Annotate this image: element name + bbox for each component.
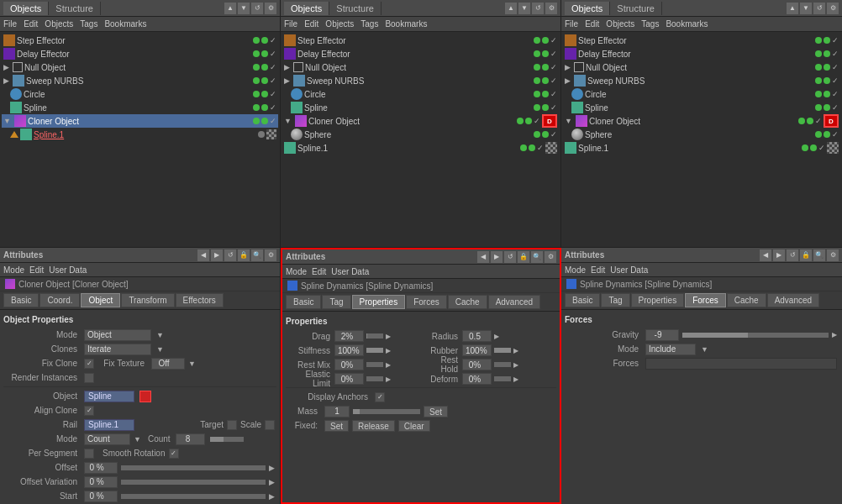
bl-icon-3[interactable]: ↺ — [224, 249, 236, 261]
offset-input-bl[interactable]: 0 % — [84, 462, 118, 474]
vis-sweep-tl[interactable] — [253, 77, 260, 84]
vis-sphere-tm[interactable] — [534, 131, 540, 138]
bm-menu-mode[interactable]: Mode — [286, 267, 307, 276]
vis2-step-tl[interactable] — [261, 37, 268, 44]
vis2-circle-tl[interactable] — [261, 91, 268, 97]
obj-circle-tr[interactable]: Circle ✓ — [570, 87, 840, 101]
resthold-input-bm[interactable]: 0% — [462, 359, 492, 370]
vis2-cloner-tr[interactable] — [807, 118, 813, 124]
tab-coord-bl[interactable]: Coord. — [39, 293, 80, 307]
rail-input-bl[interactable]: Spline.1 — [84, 419, 134, 431]
menu-objects-tr[interactable]: Objects — [606, 19, 634, 29]
offsetvar-input-bl[interactable]: 0 % — [84, 476, 118, 488]
tab-objects-tl[interactable]: Objects — [3, 2, 49, 15]
tab-object-bl[interactable]: Object — [81, 293, 120, 307]
menu-objects-tm[interactable]: Objects — [325, 19, 354, 29]
vis2-spline1-tr[interactable] — [810, 144, 817, 151]
vis2-sweep-tl[interactable] — [261, 77, 268, 84]
obj-sweep-tl[interactable]: ▶ Sweep NURBS ✓ — [2, 74, 278, 87]
drag-input-bm[interactable]: 2% — [334, 330, 364, 342]
menu-bookmarks-tm[interactable]: Bookmarks — [385, 19, 427, 29]
obj-delay-tm[interactable]: Delay Effector ✓ — [282, 47, 559, 60]
perseg-check-bl[interactable] — [84, 449, 94, 459]
vis2-delay-tr[interactable] — [824, 50, 830, 57]
menu-edit-tm[interactable]: Edit — [304, 19, 318, 29]
tab-transform-bl[interactable]: Transform — [121, 293, 174, 307]
tm-icon-1[interactable]: ▲ — [505, 3, 517, 14]
object-input-bl[interactable]: Spline — [84, 391, 134, 402]
obj-spline-tl[interactable]: Spline ✓ — [8, 101, 278, 114]
obj-sphere-tr[interactable]: Sphere ✓ — [570, 128, 840, 141]
obj-step-effector-tl[interactable]: Step Effector ✓ — [2, 34, 278, 47]
smoothrot-check-bl[interactable]: ✓ — [169, 449, 179, 459]
bl-search-icon[interactable]: 🔍 — [251, 249, 263, 261]
vis-spline1-tm[interactable] — [520, 144, 527, 151]
tm-icon-4[interactable]: ⚙ — [545, 3, 557, 14]
vis2-step-tr[interactable] — [824, 37, 830, 44]
bl-icon-2[interactable]: ▶ — [211, 249, 223, 261]
bm-menu-edit[interactable]: Edit — [312, 267, 326, 276]
sweep-expand-tr[interactable]: ▶ — [565, 76, 571, 85]
resthold-arrow-bm[interactable]: ▶ — [513, 361, 518, 369]
vis-spline1-tl[interactable] — [258, 131, 265, 138]
null-expand-tm[interactable]: ▶ — [284, 63, 290, 71]
elastic-slider-bm[interactable] — [366, 376, 383, 381]
vis2-spline-tr[interactable] — [824, 104, 830, 111]
tab-structure-tm[interactable]: Structure — [329, 2, 382, 15]
offsetvar-arrow-bl[interactable]: ▶ — [269, 478, 275, 486]
br-menu-edit[interactable]: Edit — [591, 265, 605, 275]
start-slider-bl[interactable] — [121, 494, 266, 499]
menu-tags-tl[interactable]: Tags — [80, 19, 97, 29]
vis-step-tl[interactable] — [253, 37, 260, 44]
vis-circle-tl[interactable] — [253, 91, 260, 97]
start-arrow-bl[interactable]: ▶ — [269, 492, 275, 501]
vis-delay-tl[interactable] — [253, 50, 260, 57]
bm-lock-icon[interactable]: 🔒 — [518, 251, 529, 263]
tl-icon-3[interactable]: ↺ — [251, 3, 263, 14]
displayanchors-check-bm[interactable]: ✓ — [375, 392, 385, 402]
count-input-bl[interactable]: 8 — [176, 433, 205, 445]
vis-sweep-tm[interactable] — [534, 77, 540, 84]
vis2-sphere-tm[interactable] — [542, 131, 549, 138]
stiffness-arrow-bm[interactable]: ▶ — [386, 347, 391, 354]
null-expand-tr[interactable]: ▶ — [565, 63, 571, 71]
tl-icon-2[interactable]: ▼ — [238, 3, 250, 14]
tm-icon-3[interactable]: ↺ — [532, 3, 544, 14]
set2-btn-bm[interactable]: Set — [324, 420, 349, 432]
gravity-arrow-br[interactable]: ▶ — [832, 331, 837, 339]
br-search-icon[interactable]: 🔍 — [813, 249, 825, 261]
mass-slider-bm[interactable] — [353, 409, 420, 414]
elastic-input-bm[interactable]: 0% — [334, 373, 364, 385]
stiffness-slider-bm[interactable] — [366, 348, 383, 353]
offset-slider-bl[interactable] — [121, 465, 266, 470]
vis-sphere-tr[interactable] — [815, 131, 822, 138]
tab-tag-br[interactable]: Tag — [601, 293, 629, 307]
elastic-arrow-bm[interactable]: ▶ — [386, 375, 391, 383]
vis2-null-tm[interactable] — [542, 64, 549, 71]
sweep-collapse-tl[interactable]: ▶ — [3, 76, 9, 85]
vis-sweep-tr[interactable] — [815, 77, 822, 84]
bm-gear-icon[interactable]: ⚙ — [545, 251, 556, 263]
vis2-sphere-tr[interactable] — [824, 131, 830, 138]
null-collapse-tl[interactable]: ▶ — [3, 63, 9, 71]
menu-tags-tr[interactable]: Tags — [641, 19, 659, 29]
obj-circle-tm[interactable]: Circle ✓ — [289, 87, 559, 101]
obj-spline-tm[interactable]: Spline ✓ — [289, 101, 559, 114]
dynamics-tag-tm[interactable]: D — [542, 114, 557, 128]
deform-slider-bm[interactable] — [494, 376, 511, 381]
tab-cache-br[interactable]: Cache — [727, 293, 766, 307]
gravity-slider-br[interactable] — [682, 333, 829, 338]
br-menu-userdata[interactable]: User Data — [610, 265, 648, 275]
fixclone-check-bl[interactable]: ✓ — [84, 359, 94, 369]
deform-input-bm[interactable]: 0% — [462, 373, 492, 385]
vis2-spline-tm[interactable] — [542, 104, 549, 111]
mode2-arrow-bl[interactable]: ▼ — [134, 435, 141, 444]
br-gear-icon[interactable]: ⚙ — [827, 249, 839, 261]
rubber-slider-bm[interactable] — [494, 348, 511, 353]
menu-file-tr[interactable]: File — [565, 19, 578, 29]
radius-input-bm[interactable]: 0.5 — [462, 330, 492, 342]
forces-list-br[interactable] — [645, 358, 837, 370]
obj-spline1-tr[interactable]: Spline.1 ✓ — [563, 141, 840, 155]
sweep-expand-tm[interactable]: ▶ — [284, 76, 290, 85]
vis2-circle-tr[interactable] — [824, 91, 830, 97]
